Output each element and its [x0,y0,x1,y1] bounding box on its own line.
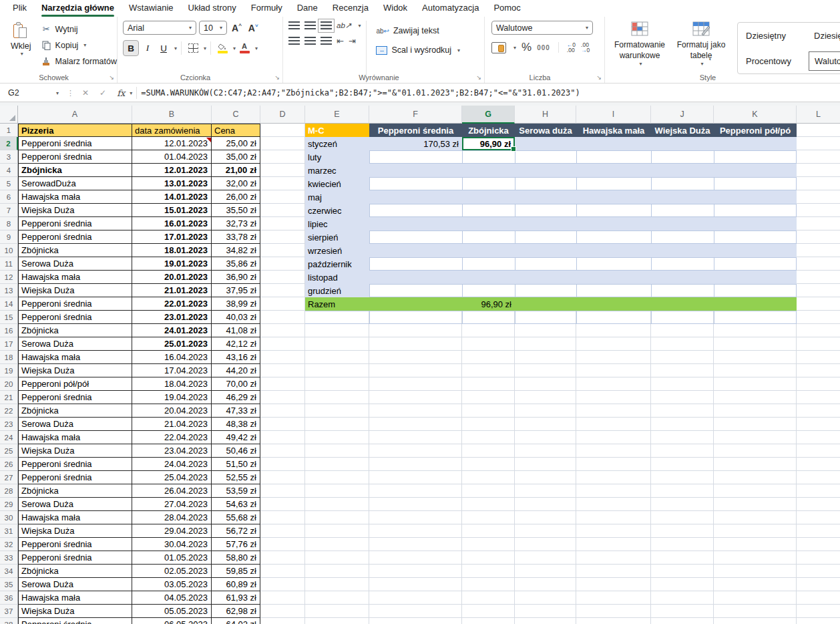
column-header-B[interactable]: B [132,106,212,124]
align-middle-icon[interactable] [304,21,316,30]
row-header-28[interactable]: 28 [0,484,18,498]
cell-B3[interactable]: 01.04.2023 [132,150,212,164]
cell-B17[interactable]: 25.01.2023 [132,337,212,351]
cell-A9[interactable]: Pepperoni średnia [18,230,132,244]
row-header-9[interactable]: 9 [0,230,18,244]
cell-A7[interactable]: Wiejska Duża [18,204,132,217]
insert-function-icon[interactable]: fx [112,88,128,98]
column-header-K[interactable]: K [714,106,797,124]
cell-B19[interactable]: 17.04.2023 [132,364,212,377]
cell-C4[interactable]: 21,00 zł [212,164,260,177]
cell-A4[interactable]: Zbójnicka [18,164,132,177]
row-header-14[interactable]: 14 [0,297,18,311]
cut-button[interactable]: ✂Wytnij [41,22,117,36]
row-header-26[interactable]: 26 [0,458,18,471]
row-header-35[interactable]: 35 [0,578,18,591]
spreadsheet-grid[interactable]: ABCDEFGHIJKL1234567891011121314151617181… [0,106,840,624]
percent-style-button[interactable]: % [521,41,532,54]
cell-I1[interactable]: Hawajska mała [576,124,651,137]
column-header-L[interactable]: L [797,106,840,124]
cell-A30[interactable]: Hawajska mała [18,511,132,524]
align-center-icon[interactable] [304,37,316,45]
cell-C15[interactable]: 40,03 zł [212,311,260,324]
copy-button[interactable]: Kopiuj▾ [41,38,117,52]
cell-A31[interactable]: Wiejska Duża [18,524,132,538]
tab-plik[interactable]: Plik [5,0,34,17]
cell-C36[interactable]: 61,93 zł [212,591,260,605]
cell-style-dziesi-tny[interactable]: Dziesiętny [741,27,809,45]
cell-C16[interactable]: 41,08 zł [212,324,260,337]
cell-A29[interactable]: Serowa Duża [18,498,132,511]
italic-button[interactable]: I [140,41,155,55]
cell-A23[interactable]: Serowa Duża [18,418,132,431]
number-format-select[interactable]: Walutowe▾ [491,21,593,35]
cell-B22[interactable]: 20.04.2023 [132,404,212,418]
cell-C28[interactable]: 53,59 zł [212,484,260,498]
chevron-down-icon[interactable]: ▾ [358,23,361,29]
cell-A13[interactable]: Wiejska Duża [18,284,132,297]
cell-C2[interactable]: 25,00 zł [212,137,260,150]
dialog-launcher-icon[interactable]: ↘ [476,75,481,81]
cell-B11[interactable]: 19.01.2023 [132,257,212,271]
chevron-down-icon[interactable]: ▾ [204,45,206,51]
row-header-37[interactable]: 37 [0,605,18,618]
cell-B10[interactable]: 18.01.2023 [132,244,212,257]
cell-C33[interactable]: 58,80 zł [212,551,260,565]
cell-C9[interactable]: 33,78 zł [212,230,260,244]
column-header-H[interactable]: H [515,106,576,124]
summary-row-sierpień[interactable] [305,230,797,244]
cell-A11[interactable]: Serowa Duża [18,257,132,271]
cell-B7[interactable]: 15.01.2023 [132,204,212,217]
cell-B25[interactable]: 23.04.2023 [132,444,212,458]
cell-B26[interactable]: 24.04.2023 [132,458,212,471]
cell-C23[interactable]: 48,38 zł [212,418,260,431]
cell-C17[interactable]: 42,12 zł [212,337,260,351]
cell-E3[interactable]: luty [305,150,369,164]
row-header-29[interactable]: 29 [0,498,18,511]
cell-A12[interactable]: Hawajska mała [18,271,132,284]
cell-B37[interactable]: 05.05.2023 [132,605,212,618]
row-header-10[interactable]: 10 [0,244,18,257]
column-header-E[interactable]: E [305,106,369,124]
cell-B15[interactable]: 23.01.2023 [132,311,212,324]
column-header-J[interactable]: J [651,106,714,124]
merge-center-button[interactable]: ↔ Scal i wyśrodkuj ▾ [376,43,460,57]
enter-icon[interactable]: ✓ [94,88,112,98]
cell-B38[interactable]: 06.05.2023 [132,618,212,624]
row-header-24[interactable]: 24 [0,431,18,444]
cell-C8[interactable]: 32,73 zł [212,217,260,230]
row-header-32[interactable]: 32 [0,538,18,551]
cell-C38[interactable]: 64,02 zł [212,618,260,624]
cell-C24[interactable]: 49,42 zł [212,431,260,444]
cell-A34[interactable]: Zbójnicka [18,565,132,578]
cell-style-walutowy[interactable]: Walutowy [809,51,840,71]
cell-A25[interactable]: Wiejska Duża [18,444,132,458]
cell-C3[interactable]: 35,00 zł [212,150,260,164]
cell-A36[interactable]: Hawajska mała [18,591,132,605]
row-header-31[interactable]: 31 [0,524,18,538]
cell-A18[interactable]: Hawajska mała [18,351,132,364]
cell-A21[interactable]: Pepperoni średnia [18,391,132,404]
tab-pomoc[interactable]: Pomoc [486,0,528,17]
row-header-21[interactable]: 21 [0,391,18,404]
cell-B14[interactable]: 22.01.2023 [132,297,212,311]
name-box[interactable]: G2 ▾ [0,84,64,102]
align-right-icon[interactable] [321,37,332,45]
cell-B13[interactable]: 21.01.2023 [132,284,212,297]
cell-A5[interactable]: SerowadDuża [18,177,132,190]
column-header-I[interactable]: I [576,106,651,124]
cell-C21[interactable]: 46,29 zł [212,391,260,404]
row-header-27[interactable]: 27 [0,471,18,484]
cell-E13[interactable]: grudzień [305,284,369,297]
cell-C12[interactable]: 36,90 zł [212,271,260,284]
cell-F1[interactable]: Pepperoni średnia [369,124,462,137]
cell-A38[interactable]: Pepperoni średnia [18,618,132,624]
cell-A15[interactable]: Pepperoni średnia [18,311,132,324]
cell-C27[interactable]: 52,55 zł [212,471,260,484]
summary-row-maj[interactable]: maj [305,190,797,204]
wrap-text-button[interactable]: ab↩ Zawijaj tekst [376,23,460,38]
summary-total-row[interactable]: Razem [305,297,797,311]
orientation-icon[interactable]: ab↗ [337,21,351,30]
cell-C26[interactable]: 51,50 zł [212,458,260,471]
chevron-down-icon[interactable]: ▾ [233,45,236,51]
